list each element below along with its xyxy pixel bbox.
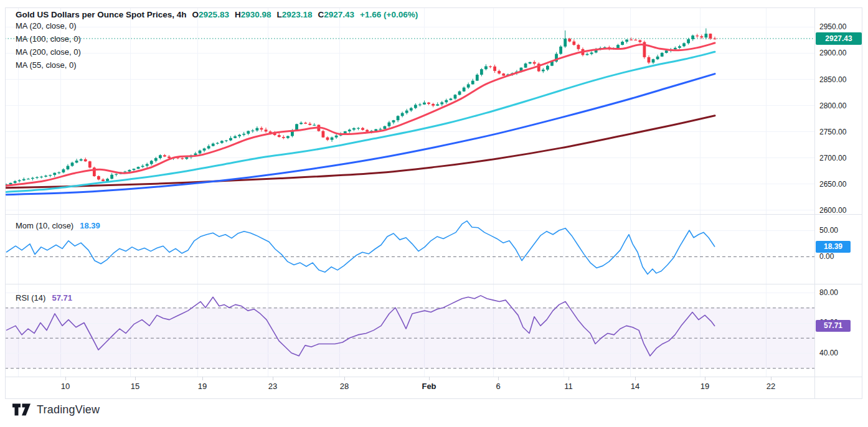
time-tick: 28 xyxy=(340,382,349,391)
rsi-tick: 80.00 xyxy=(819,288,838,298)
symbol-title-row[interactable]: Gold US Dollars per Ounce Spot Prices, 4… xyxy=(16,10,418,19)
price-tick: 2700.00 xyxy=(819,153,846,163)
legend-ma-200[interactable]: MA (200, close, 0) xyxy=(16,45,418,59)
time-tick-month: Feb xyxy=(422,382,436,391)
ma-55-label: MA (55, close, 0) xyxy=(16,60,77,70)
tradingview-logo-text: TradingView xyxy=(37,403,100,416)
legend-ma-20[interactable]: MA (20, close, 0) xyxy=(16,19,418,32)
price-tick: 2900.00 xyxy=(819,48,846,58)
ohlc-low: L2923.18 xyxy=(276,10,312,19)
time-tick: 15 xyxy=(131,382,139,391)
price-tick: 2650.00 xyxy=(819,179,846,189)
rsi-value-badge: 57.71 xyxy=(816,320,851,332)
symbol-title: Gold US Dollars per Ounce Spot Prices, 4… xyxy=(16,10,187,19)
time-tick-mark xyxy=(635,377,636,380)
rsi-pane[interactable] xyxy=(5,284,814,377)
time-tick: 14 xyxy=(631,382,639,391)
time-tick-mark xyxy=(498,377,499,380)
momentum-pane[interactable] xyxy=(5,214,814,284)
time-axis[interactable]: 10 15 19 23 28 Feb 6 11 14 19 22 xyxy=(5,377,814,399)
momentum-label: Mom (10, close) xyxy=(16,221,73,230)
momentum-tick: 0.00 xyxy=(819,251,834,261)
time-tick-mark xyxy=(273,377,273,380)
price-tick: 2800.00 xyxy=(819,101,846,111)
time-tick-mark xyxy=(705,377,705,380)
rsi-label: RSI (14) xyxy=(16,293,45,303)
legend-main: Gold US Dollars per Ounce Spot Prices, 4… xyxy=(16,10,418,72)
ohlc-close: C2927.43 xyxy=(318,10,355,19)
legend-momentum: Mom (10, close) 18.39 xyxy=(16,221,100,230)
legend-rsi: RSI (14) 57.71 xyxy=(16,293,72,303)
time-tick: 11 xyxy=(564,382,573,391)
time-tick: 19 xyxy=(701,382,709,391)
time-tick: 6 xyxy=(496,382,500,391)
time-tick: 19 xyxy=(198,382,207,391)
legend-ma-55[interactable]: MA (55, close, 0) xyxy=(16,59,418,72)
legend-ma-100[interactable]: MA (100, close, 0) xyxy=(16,32,418,45)
momentum-pane-canvas xyxy=(5,214,814,284)
ohlc-open: O2925.83 xyxy=(192,10,229,19)
time-tick-mark xyxy=(202,377,203,380)
time-tick-mark xyxy=(429,377,430,380)
momentum-tick: 50.00 xyxy=(819,225,838,235)
momentum-value: 18.39 xyxy=(80,221,100,230)
time-tick-mark xyxy=(771,377,771,380)
ma-200-label: MA (200, close, 0) xyxy=(16,47,81,57)
momentum-legend-row[interactable]: Mom (10, close) 18.39 xyxy=(16,221,100,230)
ma-20-label: MA (20, close, 0) xyxy=(16,21,77,30)
time-tick: 10 xyxy=(61,382,70,391)
price-tick: 2750.00 xyxy=(819,127,846,137)
pane-separator[interactable] xyxy=(5,284,862,284)
tradingview-chart-widget: Gold US Dollars per Ounce Spot Prices, 4… xyxy=(0,0,868,427)
ohlc-high: H2930.98 xyxy=(235,10,271,19)
tradingview-logo[interactable]: TradingView xyxy=(12,402,100,418)
rsi-value: 57.71 xyxy=(52,293,72,303)
time-tick-mark xyxy=(65,377,66,380)
price-tick: 2850.00 xyxy=(819,75,846,85)
time-tick: 23 xyxy=(268,382,277,391)
pane-separator[interactable] xyxy=(5,214,862,215)
momentum-value-badge: 18.39 xyxy=(816,241,851,253)
ma-100-label: MA (100, close, 0) xyxy=(16,34,81,44)
price-tick: 2950.00 xyxy=(819,22,846,32)
time-tick: 22 xyxy=(767,382,775,391)
last-price-badge: 2927.43 xyxy=(816,32,862,45)
price-change: +1.66 (+0.06%) xyxy=(360,10,418,19)
rsi-pane-canvas xyxy=(5,284,814,377)
rsi-legend-row[interactable]: RSI (14) 57.71 xyxy=(16,293,72,303)
time-tick-mark xyxy=(568,377,569,380)
time-tick-mark xyxy=(344,377,345,380)
tradingview-logo-icon xyxy=(12,402,31,418)
time-tick-mark xyxy=(135,377,136,380)
price-tick: 2600.00 xyxy=(819,205,846,215)
rsi-tick: 40.00 xyxy=(819,348,838,358)
